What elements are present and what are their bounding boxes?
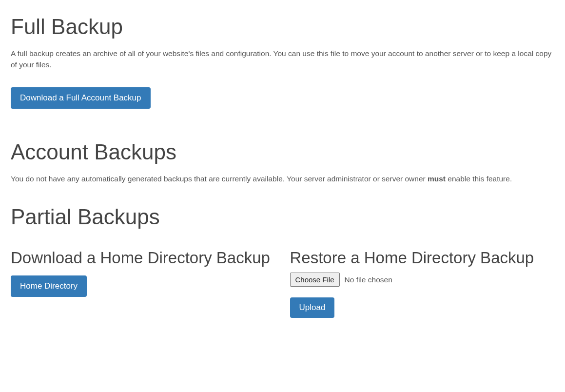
account-backups-desc-post: enable this feature. <box>446 175 512 183</box>
account-backups-description: You do not have any automatically genera… <box>11 173 554 184</box>
account-backups-desc-bold: must <box>428 175 446 183</box>
choose-file-button[interactable]: Choose File <box>290 273 340 287</box>
partial-backups-title: Partial Backups <box>11 201 554 233</box>
restore-home-dir-title: Restore a Home Directory Backup <box>290 248 555 268</box>
home-directory-button[interactable]: Home Directory <box>11 275 87 297</box>
file-status-text: No file chosen <box>345 274 392 285</box>
download-full-backup-button[interactable]: Download a Full Account Backup <box>11 87 151 109</box>
account-backups-desc-pre: You do not have any automatically genera… <box>11 175 428 183</box>
account-backups-title: Account Backups <box>11 136 554 168</box>
upload-button[interactable]: Upload <box>290 297 335 318</box>
full-backup-description: A full backup creates an archive of all … <box>11 48 554 71</box>
full-backup-title: Full Backup <box>11 11 554 43</box>
download-home-dir-title: Download a Home Directory Backup <box>11 248 275 268</box>
